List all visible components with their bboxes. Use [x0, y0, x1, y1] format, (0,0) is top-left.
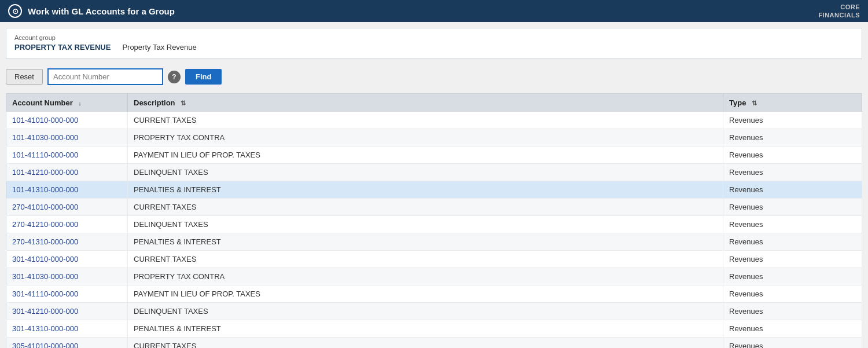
- logo-icon: ⊙: [8, 4, 22, 18]
- cell-type: Revenues: [723, 146, 862, 164]
- cell-description: CURRENT TAXES: [128, 338, 723, 349]
- cell-account-number: 301-41210-000-000: [6, 303, 128, 320]
- cell-type: Revenues: [723, 285, 862, 303]
- search-input[interactable]: [47, 68, 163, 85]
- table-row[interactable]: 101-41310-000-000PENALTIES & INTERESTRev…: [6, 181, 862, 199]
- col-account-number[interactable]: Account Number ↓: [6, 94, 128, 112]
- table-row[interactable]: 101-41010-000-000CURRENT TAXESRevenues: [6, 112, 862, 129]
- cell-description: PENALTIES & INTEREST: [128, 320, 723, 338]
- table-row[interactable]: 270-41210-000-000DELINQUENT TAXESRevenue…: [6, 216, 862, 233]
- cell-type: Revenues: [723, 112, 862, 129]
- table-row[interactable]: 270-41010-000-000CURRENT TAXESRevenues: [6, 199, 862, 216]
- sort-account-number-icon: ↓: [78, 100, 82, 107]
- account-group-values: PROPERTY TAX REVENUE Property Tax Revenu…: [14, 43, 854, 52]
- cell-type: Revenues: [723, 338, 862, 349]
- cell-account-number: 270-41010-000-000: [6, 199, 128, 216]
- table-row[interactable]: 101-41030-000-000PROPERTY TAX CONTRAReve…: [6, 129, 862, 146]
- cell-account-number: 301-41310-000-000: [6, 320, 128, 338]
- cell-account-number: 270-41310-000-000: [6, 233, 128, 251]
- find-button[interactable]: Find: [185, 69, 222, 85]
- account-group-label: Account group: [14, 34, 854, 41]
- sort-description-icon: ⇅: [181, 100, 186, 107]
- cell-description: PENALTIES & INTEREST: [128, 181, 723, 199]
- cell-account-number: 101-41110-000-000: [6, 146, 128, 164]
- cell-type: Revenues: [723, 181, 862, 199]
- cell-description: PROPERTY TAX CONTRA: [128, 268, 723, 285]
- cell-account-number: 301-41010-000-000: [6, 251, 128, 268]
- account-group-name: Property Tax Revenue: [122, 43, 196, 52]
- col-description[interactable]: Description ⇅: [128, 94, 723, 112]
- table-header-row: Account Number ↓ Description ⇅ Type ⇅: [6, 94, 862, 112]
- cell-description: CURRENT TAXES: [128, 251, 723, 268]
- header-bar: ⊙ Work with GL Accounts for a Group CORE…: [0, 0, 868, 22]
- table-row[interactable]: 101-41210-000-000DELINQUENT TAXESRevenue…: [6, 164, 862, 181]
- table-row[interactable]: 101-41110-000-000PAYMENT IN LIEU OF PROP…: [6, 146, 862, 164]
- cell-account-number: 305-41010-000-000: [6, 338, 128, 349]
- cell-account-number: 301-41030-000-000: [6, 268, 128, 285]
- account-group-panel: Account group PROPERTY TAX REVENUE Prope…: [6, 28, 862, 59]
- table-row[interactable]: 305-41010-000-000CURRENT TAXESRevenues: [6, 338, 862, 349]
- toolbar: Reset ? Find: [6, 66, 862, 87]
- cell-account-number: 101-41030-000-000: [6, 129, 128, 146]
- cell-type: Revenues: [723, 199, 862, 216]
- col-type[interactable]: Type ⇅: [723, 94, 862, 112]
- cell-type: Revenues: [723, 164, 862, 181]
- cell-type: Revenues: [723, 303, 862, 320]
- cell-account-number: 101-41010-000-000: [6, 112, 128, 129]
- cell-description: DELINQUENT TAXES: [128, 164, 723, 181]
- table-row[interactable]: 301-41010-000-000CURRENT TAXESRevenues: [6, 251, 862, 268]
- cell-type: Revenues: [723, 268, 862, 285]
- cell-description: PENALTIES & INTEREST: [128, 233, 723, 251]
- main-content: Account group PROPERTY TAX REVENUE Prope…: [0, 22, 868, 348]
- cell-account-number: 301-41110-000-000: [6, 285, 128, 303]
- cell-type: Revenues: [723, 320, 862, 338]
- cell-account-number: 101-41210-000-000: [6, 164, 128, 181]
- app-name: CORE FINANCIALS: [818, 3, 860, 20]
- page-title: Work with GL Accounts for a Group: [28, 6, 175, 16]
- table-row[interactable]: 301-41210-000-000DELINQUENT TAXESRevenue…: [6, 303, 862, 320]
- gl-accounts-table: Account Number ↓ Description ⇅ Type ⇅ 10…: [6, 93, 862, 348]
- cell-description: PAYMENT IN LIEU OF PROP. TAXES: [128, 285, 723, 303]
- cell-account-number: 270-41210-000-000: [6, 216, 128, 233]
- sort-type-icon: ⇅: [752, 100, 757, 107]
- cell-type: Revenues: [723, 251, 862, 268]
- help-icon[interactable]: ?: [168, 71, 181, 83]
- cell-type: Revenues: [723, 233, 862, 251]
- cell-description: CURRENT TAXES: [128, 112, 723, 129]
- cell-type: Revenues: [723, 216, 862, 233]
- cell-description: DELINQUENT TAXES: [128, 303, 723, 320]
- account-group-code: PROPERTY TAX REVENUE: [14, 43, 111, 52]
- reset-button[interactable]: Reset: [6, 69, 43, 85]
- cell-description: PROPERTY TAX CONTRA: [128, 129, 723, 146]
- cell-account-number: 101-41310-000-000: [6, 181, 128, 199]
- table-row[interactable]: 270-41310-000-000PENALTIES & INTERESTRev…: [6, 233, 862, 251]
- header-title-area: ⊙ Work with GL Accounts for a Group: [8, 4, 175, 18]
- cell-description: DELINQUENT TAXES: [128, 216, 723, 233]
- cell-description: CURRENT TAXES: [128, 199, 723, 216]
- table-body: 101-41010-000-000CURRENT TAXESRevenues10…: [6, 112, 862, 348]
- cell-type: Revenues: [723, 129, 862, 146]
- table-row[interactable]: 301-41030-000-000PROPERTY TAX CONTRAReve…: [6, 268, 862, 285]
- cell-description: PAYMENT IN LIEU OF PROP. TAXES: [128, 146, 723, 164]
- table-row[interactable]: 301-41110-000-000PAYMENT IN LIEU OF PROP…: [6, 285, 862, 303]
- table-row[interactable]: 301-41310-000-000PENALTIES & INTERESTRev…: [6, 320, 862, 338]
